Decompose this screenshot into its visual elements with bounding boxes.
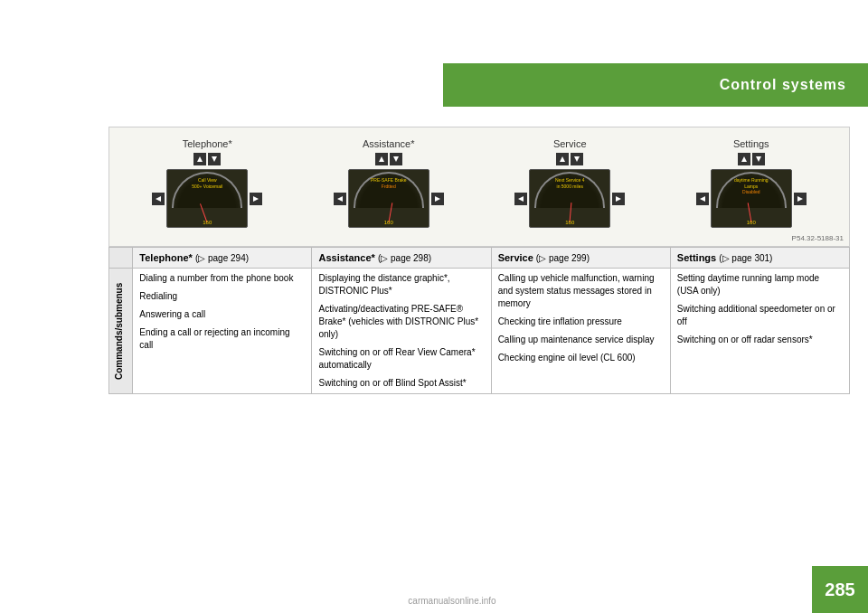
- arrow-right-settings[interactable]: [794, 193, 807, 205]
- svg-marker-14: [700, 196, 705, 202]
- telephone-item-3: Answering a call: [139, 308, 305, 321]
- svg-marker-1: [212, 156, 217, 162]
- settings-item-2: Switching additional speedometer on or o…: [677, 303, 843, 328]
- svg-marker-11: [616, 196, 621, 202]
- page-number: 285: [825, 580, 854, 600]
- panel-arrows-telephone: [193, 153, 221, 165]
- screen-settings: daytime RunningLampsDisabled 160: [711, 169, 792, 228]
- telephone-item-4: Ending a call or rejecting an incoming c…: [139, 326, 305, 352]
- service-item-1: Calling up vehicle malfunction, warning …: [498, 272, 664, 310]
- arrow-left-settings[interactable]: [696, 193, 709, 205]
- panel-col-assistance: Assistance* PRE-SAF: [321, 138, 457, 228]
- screen-text-assistance: PRE-SAFE BrakeFrdtted: [349, 177, 429, 189]
- screen-telephone: Call View500+ Voicemail 160: [166, 169, 248, 228]
- svg-marker-9: [574, 156, 580, 162]
- arrow-down-settings[interactable]: [752, 153, 765, 165]
- screen-wrap-service: Next Service 4in 5000 miles 160: [514, 169, 625, 228]
- arrow-left-assistance[interactable]: [334, 193, 346, 205]
- settings-item-1: Setting daytime running lamp mode (USA o…: [677, 272, 843, 297]
- service-item-4: Checking engine oil level (CL 600): [498, 352, 664, 364]
- cell-telephone-items: Dialing a number from the phone book Red…: [133, 269, 312, 394]
- service-item-2: Checking tire inflation pressure: [498, 316, 664, 328]
- col-header-service-page: (▷ page 299): [536, 253, 590, 263]
- assistance-item-2: Activating/deactivating PRE-SAFE® Brake*…: [318, 303, 484, 341]
- settings-item-3: Switching on or off radar sensors*: [677, 334, 843, 346]
- arrow-left-service[interactable]: [514, 193, 527, 205]
- service-item-3: Calling up maintenance service display: [498, 334, 664, 346]
- arrow-down-service[interactable]: [571, 153, 583, 165]
- svg-marker-10: [518, 196, 524, 202]
- svg-marker-12: [741, 156, 747, 162]
- col-header-settings-title: Settings: [677, 252, 716, 263]
- col-header-assistance-title: Assistance*: [318, 252, 374, 263]
- panel-arrows-assistance: [375, 153, 402, 165]
- arrow-down-telephone[interactable]: [208, 153, 221, 165]
- arrow-up-service[interactable]: [556, 153, 569, 165]
- col-header-assistance: Assistance* (▷ page 298): [312, 248, 491, 269]
- arrow-right-service[interactable]: [612, 193, 625, 205]
- panel-label-settings: Settings: [733, 138, 769, 149]
- row-header-commands: Commands/submenus: [109, 269, 133, 394]
- telephone-item-2: Redialing: [139, 290, 305, 303]
- cell-service-items: Calling up vehicle malfunction, warning …: [491, 269, 670, 394]
- info-table: Telephone* (▷ page 294) Assistance* (▷ p…: [108, 247, 850, 394]
- svg-marker-2: [156, 196, 161, 202]
- screen-text-service: Next Service 4in 5000 miles: [530, 177, 609, 189]
- col-header-telephone: Telephone* (▷ page 294): [133, 248, 312, 269]
- arrow-up-assistance[interactable]: [375, 153, 388, 165]
- screen-wrap-settings: daytime RunningLampsDisabled 160: [696, 169, 807, 228]
- table-corner-header: [109, 248, 133, 269]
- svg-marker-3: [253, 196, 259, 202]
- svg-marker-5: [393, 156, 399, 162]
- main-content: Telephone* Call Vie: [108, 127, 850, 559]
- col-header-service-title: Service: [498, 252, 533, 263]
- image-reference-label: P54.32-5188-31: [792, 234, 844, 242]
- screen-gauge-text-assistance: 160: [349, 220, 429, 225]
- svg-marker-0: [197, 156, 203, 162]
- arrow-right-telephone[interactable]: [250, 193, 262, 205]
- col-header-settings-page: (▷ page 301): [719, 253, 772, 263]
- col-header-assistance-page: (▷ page 298): [378, 253, 431, 263]
- cell-assistance-items: Displaying the distance graphic*, DISTRO…: [312, 269, 491, 394]
- watermark-text: carmanualsonline.info: [408, 596, 495, 606]
- table-row-items: Commands/submenus Dialing a number from …: [109, 269, 850, 394]
- arrow-right-assistance[interactable]: [431, 193, 444, 205]
- display-panel: Telephone* Call Vie: [108, 127, 850, 247]
- panel-col-telephone: Telephone* Call Vie: [139, 138, 275, 228]
- svg-marker-15: [797, 196, 803, 202]
- col-header-settings: Settings (▷ page 301): [670, 248, 849, 269]
- screen-gauge-text-service: 160: [530, 220, 609, 225]
- svg-marker-4: [379, 156, 384, 162]
- svg-marker-7: [435, 196, 440, 202]
- arrow-down-assistance[interactable]: [390, 153, 402, 165]
- page-title: Control systems: [720, 77, 846, 93]
- col-header-telephone-page: (▷ page 294): [195, 253, 249, 263]
- screen-service: Next Service 4in 5000 miles 160: [529, 169, 610, 228]
- panel-label-telephone: Telephone*: [183, 138, 232, 149]
- page-number-badge: 285: [812, 566, 868, 613]
- telephone-item-1: Dialing a number from the phone book: [139, 272, 305, 285]
- arrow-up-settings[interactable]: [738, 153, 750, 165]
- screen-text-telephone: Call View500+ Voicemail: [167, 177, 247, 189]
- col-header-telephone-title: Telephone*: [139, 252, 192, 263]
- assistance-item-3: Switching on or off Rear View Camera* au…: [318, 346, 484, 372]
- panel-col-settings: Settings daytime Ru: [684, 138, 819, 228]
- assistance-item-1: Displaying the distance graphic*, DISTRO…: [318, 272, 484, 297]
- screen-assistance: PRE-SAFE BrakeFrdtted 160: [348, 169, 429, 228]
- svg-marker-6: [337, 196, 343, 202]
- display-panel-inner: Telephone* Call Vie: [117, 138, 842, 228]
- svg-marker-13: [756, 156, 761, 162]
- svg-marker-8: [560, 156, 565, 162]
- panel-label-assistance: Assistance*: [363, 138, 414, 149]
- header-bar: Control systems: [443, 63, 868, 107]
- panel-arrows-settings: [738, 153, 765, 165]
- arrow-left-telephone[interactable]: [152, 193, 165, 205]
- panel-arrows-service: [556, 153, 583, 165]
- screen-gauge-text-settings: 160: [712, 220, 791, 225]
- assistance-item-4: Switching on or off Blind Spot Assist*: [318, 377, 484, 390]
- watermark: carmanualsonline.info: [108, 596, 796, 606]
- screen-text-settings: daytime RunningLampsDisabled: [712, 177, 791, 195]
- panel-label-service: Service: [553, 138, 587, 149]
- arrow-up-telephone[interactable]: [193, 153, 206, 165]
- screen-wrap-telephone: Call View500+ Voicemail 160: [152, 169, 262, 228]
